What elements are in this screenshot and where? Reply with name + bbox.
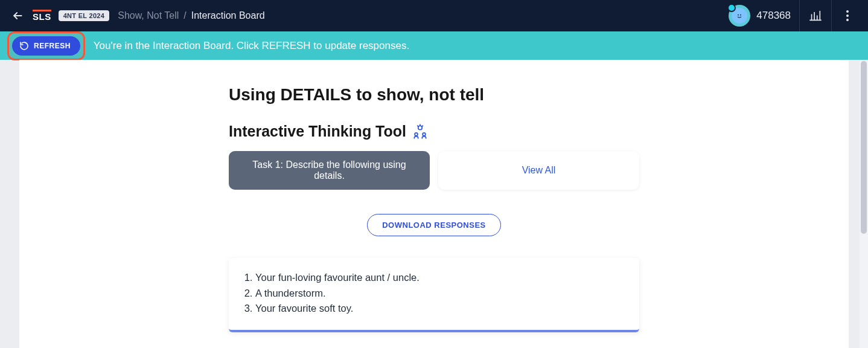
refresh-label: REFRESH xyxy=(34,42,71,50)
avatar xyxy=(729,5,750,27)
prompt-list: Your fun-loving favourite aunt / uncle. … xyxy=(242,270,626,317)
list-item: A thunderstorm. xyxy=(255,286,626,301)
tab-task-1[interactable]: Task 1: Describe the following using det… xyxy=(229,151,430,190)
breadcrumb-parent[interactable]: Show, Not Tell xyxy=(118,10,179,21)
refresh-highlight: REFRESH xyxy=(7,31,85,60)
prompt-card: Your fun-loving favourite aunt / uncle. … xyxy=(229,258,639,332)
svg-point-9 xyxy=(415,132,418,135)
user-points[interactable]: 478368 xyxy=(720,5,799,27)
header-right: 478368 xyxy=(720,0,863,31)
analytics-button[interactable] xyxy=(800,0,831,31)
back-button[interactable] xyxy=(7,5,28,26)
content-inner: Using DETAILS to show, not tell Interact… xyxy=(229,60,639,348)
info-message: You're in the Interaction Board. Click R… xyxy=(94,40,409,52)
kebab-menu-icon xyxy=(846,10,849,21)
app-logo: SLS xyxy=(33,10,51,22)
refresh-button[interactable]: REFRESH xyxy=(12,36,80,56)
breadcrumb-current: Interaction Board xyxy=(191,10,265,21)
app-header: SLS 4NT EL 2024 Show, Not Tell / Interac… xyxy=(0,0,868,31)
svg-point-1 xyxy=(738,14,739,16)
download-wrap: DOWNLOAD RESPONSES xyxy=(229,214,639,236)
thinking-people-icon xyxy=(412,124,428,140)
svg-point-10 xyxy=(423,132,426,135)
svg-point-2 xyxy=(740,14,741,16)
more-menu-button[interactable] xyxy=(832,0,863,31)
bar-chart-icon xyxy=(809,9,822,22)
content-scroll[interactable]: Using DETAILS to show, not tell Interact… xyxy=(0,60,868,348)
tab-view-all[interactable]: View All xyxy=(438,151,639,190)
scrollbar-thumb[interactable] xyxy=(861,61,867,234)
back-arrow-icon xyxy=(11,10,24,22)
subtitle-text: Interactive Thinking Tool xyxy=(229,123,406,140)
refresh-icon xyxy=(19,41,29,51)
section-subtitle: Interactive Thinking Tool xyxy=(229,123,639,140)
scrollbar[interactable] xyxy=(860,60,868,348)
page-title: Using DETAILS to show, not tell xyxy=(229,85,639,105)
class-badge[interactable]: 4NT EL 2024 xyxy=(59,10,110,21)
list-item: Your fun-loving favourite aunt / uncle. xyxy=(255,270,626,286)
list-item: Your favourite soft toy. xyxy=(255,301,626,317)
content-page: Using DETAILS to show, not tell Interact… xyxy=(19,60,849,348)
task-tabs: Task 1: Describe the following using det… xyxy=(229,151,639,190)
points-value: 478368 xyxy=(756,10,791,22)
breadcrumb: Show, Not Tell / Interaction Board xyxy=(118,10,264,21)
download-responses-button[interactable]: DOWNLOAD RESPONSES xyxy=(367,214,501,236)
breadcrumb-separator: / xyxy=(183,10,186,21)
info-bar: REFRESH You're in the Interaction Board.… xyxy=(0,31,868,60)
